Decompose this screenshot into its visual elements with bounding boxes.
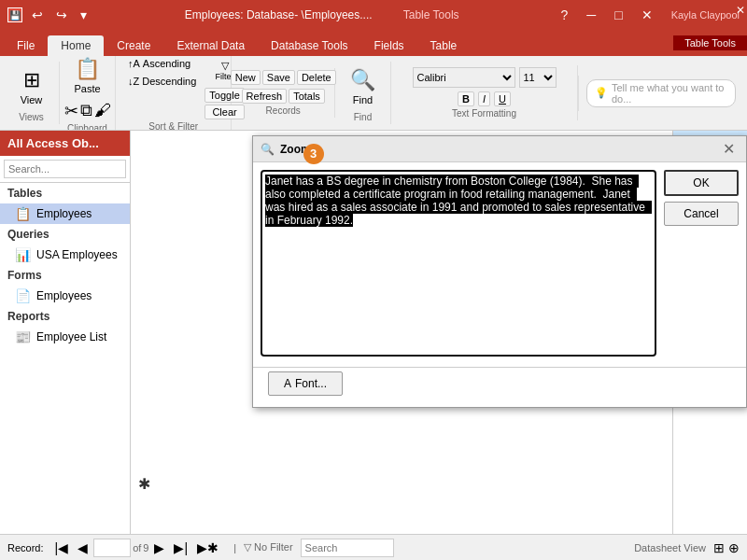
zoom-textarea[interactable]: Janet has a BS degree in chemistry from …	[261, 170, 656, 357]
quick-access-more[interactable]: ▾	[77, 6, 91, 24]
new-row-indicator: ✱	[131, 471, 158, 497]
ascending-button[interactable]: ↑A Ascending	[123, 56, 201, 72]
tab-fields[interactable]: Fields	[361, 35, 417, 56]
tell-me-box[interactable]: 💡 Tell me what you want to do...	[586, 79, 736, 107]
report-icon: 📰	[15, 329, 31, 344]
dialog-titlebar: 🔍 Zoom 3 ✕	[253, 136, 746, 162]
paste-button[interactable]: 📋 Paste	[65, 56, 108, 99]
datasheet-view-button[interactable]: ⊞	[713, 540, 725, 555]
pivot-view-button[interactable]: ⊕	[728, 540, 740, 555]
new-record-nav-button[interactable]: ▶✱	[193, 539, 222, 556]
last-record-button[interactable]: ▶|	[170, 539, 191, 556]
help-button[interactable]: ?	[553, 6, 575, 24]
find-button[interactable]: 🔍 Find	[342, 63, 384, 110]
font-select[interactable]: Calibri	[413, 67, 515, 88]
db-title: Employees: Database- \Employees....	[185, 8, 373, 21]
tab-table[interactable]: Table	[417, 35, 471, 56]
record-label: Record:	[7, 542, 44, 553]
next-record-button[interactable]: ▶	[150, 539, 168, 556]
sidebar-item-employees-form[interactable]: 📄 Employees	[0, 286, 130, 306]
records-group-label: Records	[266, 105, 301, 116]
query-icon: 📊	[15, 247, 31, 262]
view-button[interactable]: ⊞ View	[12, 63, 51, 110]
sidebar-item-employee-list[interactable]: 📰 Employee List	[0, 327, 130, 347]
font-button[interactable]: A Font...	[268, 371, 343, 396]
title-bar-left: 💾 ↩ ↪ ▾	[7, 6, 91, 24]
font-size-select[interactable]: 11	[519, 67, 557, 88]
filter-separator: |	[233, 542, 236, 553]
cancel-button[interactable]: Cancel	[664, 202, 739, 226]
tell-me-placeholder: Tell me what you want to do...	[612, 82, 727, 105]
ok-button[interactable]: OK	[664, 170, 739, 196]
status-bar: Record: |◀ ◀ 1 of 9 ▶ ▶| ▶✱ | ▽ No Filte…	[0, 534, 747, 560]
record-total: 9	[143, 542, 148, 553]
descending-label: Descending	[142, 76, 196, 87]
sidebar: All Access Ob... ✕ Tables 📋 Employees Qu…	[0, 131, 131, 534]
prev-record-button[interactable]: ◀	[74, 539, 92, 556]
new-record-button[interactable]: New	[231, 70, 261, 85]
underline-button[interactable]: U	[494, 91, 511, 106]
cut-icon: ✂	[64, 101, 78, 121]
delete-record-button[interactable]: Delete	[297, 70, 336, 85]
undo-button[interactable]: ↩	[28, 6, 47, 24]
view-label: View	[21, 94, 43, 105]
tables-section-label: Tables	[0, 183, 130, 203]
ribbon-group-sort: ↑A Ascending ↓Z Descending ▽ Filter Togg…	[116, 56, 232, 131]
save-button[interactable]: Save	[262, 70, 295, 85]
minimize-button[interactable]: ─	[579, 6, 603, 24]
sidebar-item-usa-employees[interactable]: 📊 USA Employees	[0, 245, 130, 265]
reports-section-label: Reports	[0, 306, 130, 327]
main-area: All Access Ob... ✕ Tables 📋 Employees Qu…	[0, 131, 747, 534]
no-filter-label: No Filter	[254, 541, 293, 553]
ribbon-group-text: Calibri 11 B I U Text Formatting	[391, 65, 578, 120]
redo-button[interactable]: ↪	[52, 6, 71, 24]
sort-buttons: ↑A Ascending ↓Z Descending	[123, 56, 201, 90]
paste-label: Paste	[74, 83, 100, 94]
find-group-label: Find	[354, 112, 372, 122]
italic-button[interactable]: I	[478, 91, 490, 106]
ribbon-group-views: ⊞ View Views	[4, 62, 60, 124]
copy-icon: ⧉	[80, 101, 92, 121]
first-record-button[interactable]: |◀	[51, 539, 73, 556]
content-area: a BS holds: n inclu eceiv s a gr ding se…	[131, 131, 747, 534]
ribbon-group-records: New Save Delete Refresh Totals Records	[232, 68, 335, 118]
bold-button[interactable]: B	[458, 91, 474, 106]
tab-file[interactable]: File	[4, 35, 48, 56]
tab-create[interactable]: Create	[104, 35, 163, 56]
employee-list-label: Employee List	[36, 330, 106, 343]
zoom-dialog: 🔍 Zoom 3 ✕ Janet has a BS degree in chem…	[252, 135, 747, 408]
view-mode-icons: ⊞ ⊕	[713, 540, 740, 555]
tab-home[interactable]: Home	[48, 35, 104, 56]
refresh-button[interactable]: Refresh	[242, 89, 288, 104]
dialog-textarea-area: Janet has a BS degree in chemistry from …	[261, 170, 656, 359]
sidebar-search-input[interactable]	[4, 160, 126, 178]
descending-icon: ↓Z	[128, 76, 139, 87]
ascending-icon: ↑A	[128, 58, 140, 69]
tab-external-data[interactable]: External Data	[163, 35, 258, 56]
search-input[interactable]	[301, 539, 394, 557]
view-icon: ⊞	[23, 68, 40, 92]
record-number-input[interactable]: 1	[93, 539, 131, 557]
close-button[interactable]: ✕	[634, 6, 660, 24]
sidebar-item-employees-table[interactable]: 📋 Employees	[0, 203, 130, 224]
dialog-buttons: OK Cancel	[664, 170, 739, 359]
dialog-footer: A Font...	[253, 367, 746, 407]
maximize-button[interactable]: □	[607, 6, 629, 24]
views-group-label: Views	[19, 112, 44, 122]
employees-form-label: Employees	[36, 289, 92, 302]
window-controls: ? ─ □ ✕ Kayla Claypool	[553, 6, 740, 24]
ribbon-group-clipboard: 📋 Paste ✂ ⧉ 🖌 Clipboard	[60, 56, 116, 131]
tab-database-tools[interactable]: Database Tools	[258, 35, 361, 56]
dialog-close-button[interactable]: ✕	[719, 142, 739, 157]
descending-button[interactable]: ↓Z Descending	[123, 73, 201, 90]
paste-icon: 📋	[75, 57, 100, 81]
record-navigation: |◀ ◀ 1 of 9 ▶ ▶| ▶✱	[51, 539, 223, 557]
window-title: Employees: Database- \Employees.... Tabl…	[91, 8, 553, 21]
text-format-group-label: Text Formatting	[452, 108, 516, 119]
totals-button[interactable]: Totals	[289, 89, 325, 104]
no-filter-button[interactable]: ▽ No Filter	[244, 541, 293, 553]
sidebar-search	[0, 156, 130, 183]
view-label: Datasheet View	[634, 542, 706, 553]
font-icon: A	[284, 377, 291, 390]
sidebar-title: All Access Ob...	[7, 136, 99, 150]
